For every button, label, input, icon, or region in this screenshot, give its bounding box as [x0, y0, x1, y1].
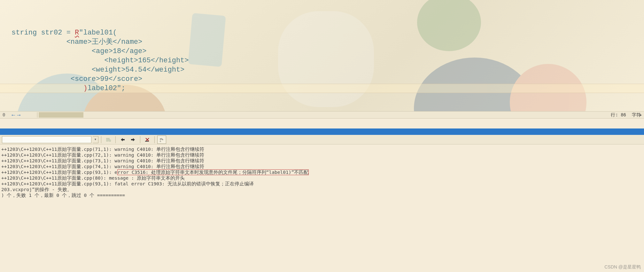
- output-line: ++1203\C++1203\C++11原始字面量.cpp(80): messa…: [1, 175, 185, 181]
- xml-text: 165: [138, 57, 151, 65]
- code-editor[interactable]: string str02 = R"label01( <name>王小美</nam…: [0, 0, 644, 118]
- find-message-button[interactable]: [104, 136, 113, 144]
- xml-text: 18: [113, 47, 121, 55]
- output-line: ++1203\C++1203\C++11原始字面量.cpp(74,1): war…: [1, 164, 204, 169]
- xml-text: 54.54: [125, 66, 146, 74]
- scroll-origin-label: 0: [0, 113, 8, 118]
- output-line: ++1203\C++1203\C++11原始字面量.cpp(93,1): e: [1, 170, 117, 175]
- xml-tag: <name>: [66, 38, 92, 46]
- watermark: CSDN @是星星鸭: [604, 264, 641, 270]
- char-status: 字符: [632, 112, 641, 118]
- toolbar-separator: [154, 136, 155, 143]
- xml-tag: <score>: [71, 75, 100, 83]
- scrollbar-thumb[interactable]: [39, 112, 83, 118]
- toggle-wrap-button[interactable]: abc: [157, 136, 166, 144]
- horizontal-scrollbar[interactable]: 0 ← → ▶ 行: 86 字符: [0, 111, 644, 118]
- xml-text: 99: [100, 75, 108, 83]
- output-line: ++1203\C++1203\C++11原始字面量.cpp(73,1): war…: [1, 158, 204, 163]
- xml-tag: </name>: [113, 38, 142, 46]
- xml-tag: <weight>: [92, 66, 126, 74]
- xml-tag: </weight>: [146, 66, 184, 74]
- output-line: ++1203\C++1203\C++11原始字面量.cpp(72,1): war…: [1, 152, 204, 158]
- xml-tag: </height>: [151, 57, 189, 65]
- clear-output-button[interactable]: [143, 136, 152, 144]
- toolbar-separator: [101, 136, 101, 143]
- panel-divider: [0, 118, 644, 128]
- line-number-status: 行: 86: [611, 112, 626, 118]
- nav-back-icon[interactable]: ←: [12, 112, 15, 118]
- xml-tag: <height>: [104, 57, 138, 65]
- toolbar-separator: [140, 136, 140, 143]
- next-message-button[interactable]: [128, 136, 137, 144]
- dropdown-icon[interactable]: ▼: [93, 136, 98, 143]
- error-highlight: rror C3516: 处理原始字符串文本时发现意外的文件尾；分隔符序列“lab…: [117, 169, 309, 175]
- code-token: ): [83, 84, 87, 92]
- output-line: ++1203\C++1203\C++11原始字面量.cpp(93,1): fat…: [1, 181, 254, 186]
- xml-tag: </score>: [109, 75, 143, 83]
- build-output[interactable]: ++1203\C++1203\C++11原始字面量.cpp(71,1): war…: [0, 144, 644, 200]
- output-line: ) 个，失败 1 个，最新 0 个，跳过 0 个 ==========: [1, 193, 125, 198]
- toolbar-separator: [115, 136, 116, 143]
- output-line: 203.vcxproj”的操作 - 失败。: [1, 187, 72, 192]
- xml-text: 王小美: [92, 38, 113, 46]
- prev-message-button[interactable]: [118, 136, 127, 144]
- error-squiggle: R: [75, 29, 79, 37]
- code-token: label02";: [88, 84, 126, 92]
- svg-text:c: c: [160, 140, 161, 142]
- scrollbar-track[interactable]: ▶: [37, 112, 644, 118]
- nav-forward-icon[interactable]: →: [17, 112, 20, 118]
- code-content[interactable]: string str02 = R"label01( <name>王小美</nam…: [0, 0, 644, 118]
- output-filter-input[interactable]: [2, 136, 91, 143]
- output-panel-header[interactable]: [0, 128, 644, 135]
- xml-tag: </age>: [121, 47, 146, 55]
- output-toolbar: ▼ abc: [0, 135, 644, 144]
- code-token: "label01(: [79, 29, 117, 37]
- code-token: string str02 =: [12, 29, 75, 37]
- svg-point-0: [109, 140, 111, 141]
- xml-tag: <age>: [92, 47, 113, 55]
- output-line: ++1203\C++1203\C++11原始字面量.cpp(71,1): war…: [1, 147, 204, 152]
- status-bar: 行: 86 字符: [611, 112, 641, 118]
